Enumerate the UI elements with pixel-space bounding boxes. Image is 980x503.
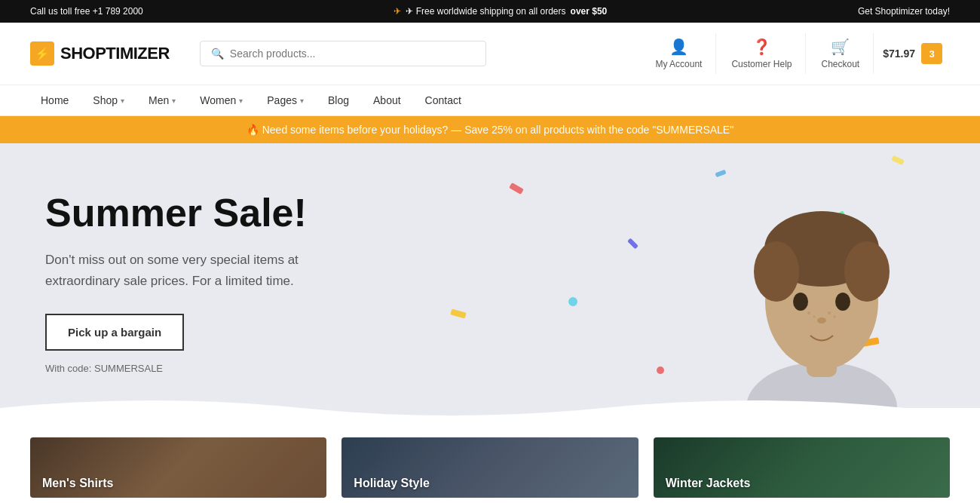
nav-blog[interactable]: Blog: [317, 85, 360, 115]
topbar-center: ✈ ✈ Free worldwide shipping on all order…: [394, 6, 607, 17]
hero-person-svg: [709, 151, 935, 422]
cart-count-badge: 3: [921, 43, 942, 64]
nav-shop[interactable]: Shop ▾: [82, 85, 135, 115]
svg-point-9: [807, 311, 810, 314]
promo-bar: 🔥 Need some items before your holidays? …: [0, 116, 980, 143]
promo-text: 🔥 Need some items before your holidays? …: [247, 124, 733, 136]
svg-point-5: [844, 241, 890, 302]
help-label: Customer Help: [731, 59, 792, 69]
chevron-down-icon: ▾: [121, 97, 124, 105]
topbar-center-text: ✈ Free worldwide shipping on all orders: [406, 6, 565, 17]
category-label: Men's Shirts: [42, 477, 114, 490]
header-actions: 👤 My Account ❓ Customer Help 🛒 Checkout …: [642, 33, 950, 74]
category-label: Holiday Style: [354, 477, 429, 490]
nav-contact[interactable]: Contact: [415, 85, 472, 115]
category-label: Winter Jackets: [666, 477, 751, 490]
hero-subtitle: Don't miss out on some very special item…: [45, 250, 332, 290]
search-icon: 🔍: [211, 48, 224, 60]
topbar-right: Get Shoptimizer today!: [858, 6, 950, 17]
nav-pages[interactable]: Pages ▾: [256, 85, 314, 115]
chevron-down-icon: ▾: [172, 97, 176, 105]
customer-help-button[interactable]: ❓ Customer Help: [718, 33, 806, 74]
hero-image-area: [392, 143, 980, 422]
svg-point-6: [793, 293, 808, 311]
confetti-piece: [568, 297, 577, 306]
logo-text: SHOPTIMIZER: [60, 44, 170, 63]
cart-price: $71.97: [883, 48, 915, 60]
topbar-center-bold: over $50: [571, 6, 608, 17]
header: ⚡ SHOPTIMIZER 🔍 👤 My Account ❓ Customer …: [0, 23, 980, 85]
topbar-left: Call us toll free +1 789 2000: [30, 6, 143, 17]
confetti-piece: [509, 182, 524, 195]
my-account-button[interactable]: 👤 My Account: [642, 33, 716, 74]
svg-point-8: [817, 317, 826, 324]
hero-cta-button[interactable]: Pick up a bargain: [45, 314, 184, 351]
chevron-down-icon: ▾: [239, 97, 243, 105]
hero-content: Summer Sale! Don't miss out on some very…: [0, 146, 377, 419]
svg-point-4: [754, 241, 799, 302]
nav-about[interactable]: About: [363, 85, 412, 115]
chevron-down-icon: ▾: [300, 97, 304, 105]
account-label: My Account: [655, 59, 702, 69]
main-nav: Home Shop ▾ Men ▾ Women ▾ Pages ▾ Blog A…: [0, 85, 980, 116]
svg-point-10: [813, 316, 816, 318]
help-icon: ❓: [752, 38, 771, 56]
hero-section: Summer Sale! Don't miss out on some very…: [0, 143, 980, 422]
nav-home[interactable]: Home: [30, 85, 79, 115]
topbar-arrow-icon: ✈: [394, 6, 401, 17]
search-bar[interactable]: 🔍: [200, 41, 486, 66]
logo-icon: ⚡: [30, 41, 54, 66]
checkout-label: Checkout: [821, 59, 859, 69]
hero-promo-code: With code: SUMMERSALE: [45, 363, 332, 374]
svg-point-7: [835, 293, 850, 311]
cart-button[interactable]: $71.97 3: [875, 38, 950, 69]
category-card-winter-jackets[interactable]: Winter Jackets: [654, 437, 950, 498]
svg-point-11: [828, 311, 831, 314]
confetti-piece: [657, 367, 664, 374]
checkout-icon: 🛒: [831, 38, 850, 56]
categories-section: Men's Shirts Holiday Style Winter Jacket…: [0, 422, 980, 503]
svg-point-12: [834, 316, 836, 318]
nav-men[interactable]: Men ▾: [138, 85, 186, 115]
hero-title: Summer Sale!: [45, 192, 332, 235]
top-bar: Call us toll free +1 789 2000 ✈ ✈ Free w…: [0, 0, 980, 23]
logo[interactable]: ⚡ SHOPTIMIZER: [30, 41, 170, 66]
checkout-button[interactable]: 🛒 Checkout: [807, 33, 874, 74]
confetti-piece: [450, 309, 466, 319]
nav-women[interactable]: Women ▾: [189, 85, 253, 115]
search-input[interactable]: [230, 48, 475, 60]
category-card-holiday-style[interactable]: Holiday Style: [341, 437, 638, 498]
confetti-piece: [627, 238, 639, 249]
account-icon: 👤: [669, 38, 688, 56]
category-card-mens-shirts[interactable]: Men's Shirts: [30, 437, 326, 498]
